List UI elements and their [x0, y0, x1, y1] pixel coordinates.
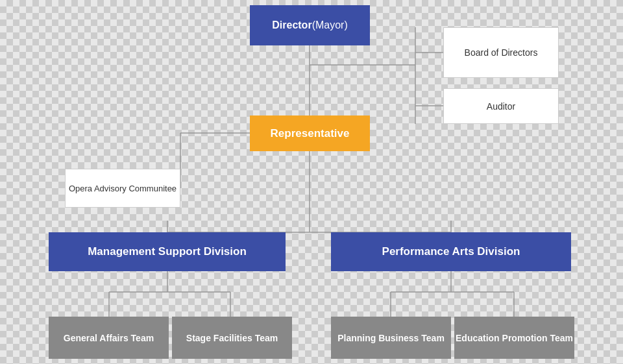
representative-box: Representative [250, 115, 370, 151]
perf-box: Performance Arts Division [331, 232, 571, 271]
planning-label: Planning Business Team [337, 333, 445, 343]
auditor-label: Auditor [487, 101, 515, 112]
planning-box: Planning Business Team [331, 317, 451, 359]
org-chart: Director(Mayor) Representative Board of … [0, 0, 623, 364]
general-label: General Affairs Team [64, 333, 154, 343]
director-text: Director [272, 19, 312, 30]
mgmt-label: Management Support Division [88, 245, 247, 258]
stage-label: Stage Facilities Team [186, 333, 278, 343]
perf-label: Performance Arts Division [382, 245, 520, 258]
opera-box: Opera Advisory Communitee [65, 169, 180, 208]
mgmt-box: Management Support Division [49, 232, 286, 271]
education-box: Education Promotion Team [454, 317, 574, 359]
auditor-box: Auditor [443, 88, 559, 124]
stage-box: Stage Facilities Team [172, 317, 292, 359]
director-label: Director(Mayor) [272, 19, 347, 31]
opera-label: Opera Advisory Communitee [69, 184, 177, 193]
board-label: Board of Directors [465, 47, 538, 58]
director-subtitle: (Mayor) [312, 19, 348, 30]
general-box: General Affairs Team [49, 317, 169, 359]
board-box: Board of Directors [443, 27, 559, 78]
education-label: Education Promotion Team [456, 333, 573, 343]
representative-label: Representative [271, 127, 350, 140]
director-box: Director(Mayor) [250, 5, 370, 45]
